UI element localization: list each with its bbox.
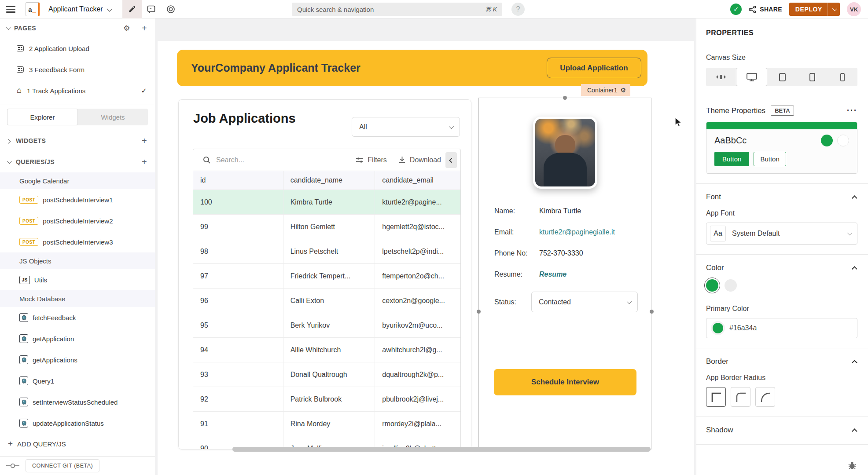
field-value-link[interactable]: kturtle2r@paginegialle.it <box>539 228 638 236</box>
sidebar-page-item[interactable]: 3 Feeedback Form <box>0 59 155 80</box>
user-avatar[interactable]: VK <box>847 2 861 16</box>
query-item[interactable]: updateApplicationStatus <box>0 413 155 434</box>
query-item[interactable]: getApplication <box>0 328 155 349</box>
radius-medium-option[interactable] <box>731 387 750 407</box>
add-query-js-button[interactable]: + ADD QUERY/JS <box>0 434 155 454</box>
radius-large-option[interactable] <box>755 387 775 407</box>
query-item[interactable]: POSTpostScheduleInterview3 <box>0 231 155 252</box>
canvas-tablet-option[interactable] <box>797 68 827 86</box>
pages-settings-gear-icon[interactable]: ⚙ <box>123 24 130 33</box>
schedule-interview-button[interactable]: Schedule Interview <box>494 369 636 395</box>
table-row[interactable]: 98Linus Petscheltlpetschelt2p@indi... <box>193 239 460 264</box>
sidebar-page-item[interactable]: ⌂1 Track Applications✓ <box>0 80 155 101</box>
upload-application-button[interactable]: Upload Application <box>547 58 641 78</box>
table-column-header[interactable]: id <box>193 171 283 190</box>
table-row[interactable]: 94Allie Whitchurchawhitchurch2l@g... <box>193 338 460 362</box>
query-item-label: Query1 <box>33 377 54 385</box>
horizontal-scrollbar[interactable] <box>232 447 651 452</box>
canvas-fluid-option[interactable] <box>706 68 736 86</box>
pages-section-header[interactable]: PAGES ⚙ + <box>0 18 155 38</box>
queries-section-header[interactable]: QUERIES/JS + <box>0 151 155 172</box>
background-color-swatch[interactable] <box>725 279 737 292</box>
cell-candidate-email: dqualtrough2k@p... <box>375 362 460 387</box>
candidate-fields: Name:Kimbra TurtleEmail:kturtle2r@pagine… <box>494 207 638 312</box>
edit-mode-button[interactable] <box>122 0 142 18</box>
add-query-plus-button[interactable]: + <box>142 157 147 167</box>
connect-git-button[interactable]: CONNECT GIT (BETA) <box>26 459 99 472</box>
query-item[interactable]: Query1 <box>0 370 155 391</box>
debug-bug-icon[interactable] <box>848 461 857 470</box>
table-search-input[interactable] <box>216 156 295 164</box>
header-container-widget[interactable]: YourCompany Applicant Tracker Upload App… <box>177 50 647 86</box>
primary-color-input[interactable]: #16a34a <box>706 318 857 338</box>
primary-color-dot <box>713 323 723 333</box>
add-page-button[interactable]: + <box>142 23 147 33</box>
table-row[interactable]: 96Calli Extoncexton2n@google... <box>193 289 460 313</box>
theme-options-menu[interactable]: ··· <box>847 106 857 115</box>
share-button[interactable]: SHARE <box>749 6 782 13</box>
app-logo-icon[interactable]: a_ <box>26 2 40 16</box>
share-icon <box>749 6 756 13</box>
tab-widgets[interactable]: Widgets <box>78 109 148 125</box>
deploy-button[interactable]: DEPLOY <box>789 3 840 16</box>
download-button[interactable]: Download <box>398 156 441 164</box>
collapse-border-section-chevron[interactable] <box>852 360 857 365</box>
canvas-desktop-option[interactable] <box>736 68 767 86</box>
query-item[interactable]: fetchFeedback <box>0 307 155 328</box>
theme-preview-card[interactable]: AaBbCc Button Button <box>706 122 857 174</box>
query-item[interactable]: JSUtils <box>0 269 155 290</box>
preview-mode-button[interactable] <box>161 0 180 18</box>
resize-handle-left[interactable] <box>477 310 481 314</box>
query-item[interactable]: getApplications <box>0 349 155 370</box>
theme-button-outline-sample: Button <box>754 152 786 166</box>
resize-handle-right[interactable] <box>650 310 654 314</box>
table-row[interactable]: 91Rina Mordeyrmordey2i@plala... <box>193 412 460 436</box>
table-row[interactable]: 99Hilton Gemletthgemlett2q@istoc... <box>193 215 460 239</box>
deploy-options-chevron[interactable] <box>828 3 840 16</box>
status-filter-select[interactable]: All <box>352 117 460 137</box>
help-button[interactable]: ? <box>511 3 525 16</box>
hamburger-menu-icon[interactable] <box>0 0 20 18</box>
add-query-js-label: ADD QUERY/JS <box>17 440 66 448</box>
query-item[interactable]: POSTpostScheduleInterview1 <box>0 189 155 210</box>
collapse-font-section-chevron[interactable] <box>852 195 857 201</box>
widget-settings-gear-icon[interactable]: ⚙ <box>621 87 626 94</box>
table-column-header[interactable]: candidate_name <box>283 171 375 190</box>
collapse-color-section-chevron[interactable] <box>852 266 857 272</box>
postgres-icon <box>19 355 28 364</box>
table-row[interactable]: 95Berk Yurikovbyurikov2m@uco... <box>193 313 460 338</box>
table-row[interactable]: 100Kimbra Turtlekturtle2r@pagine... <box>193 190 460 215</box>
table-row[interactable]: 97Friedrick Tempert...ftemperton2o@ch... <box>193 264 460 289</box>
table-column-header[interactable]: candidate_email <box>375 171 460 190</box>
tab-explorer[interactable]: Explorer <box>7 109 78 125</box>
widgets-section-header[interactable]: WIDGETS + <box>0 130 155 151</box>
app-title[interactable]: Applicant Tracker <box>48 5 103 13</box>
primary-color-swatch[interactable] <box>706 279 718 292</box>
page-icon <box>17 45 24 51</box>
app-title-chevron-down-icon[interactable] <box>107 6 112 11</box>
comments-mode-button[interactable] <box>142 0 161 18</box>
add-widget-button[interactable]: + <box>142 136 147 146</box>
canvas-tablet-large-option[interactable] <box>767 68 797 86</box>
sidebar-page-item[interactable]: 2 Application Upload <box>0 38 155 59</box>
filters-button[interactable]: Filters <box>356 156 387 164</box>
status-select[interactable]: Contacted <box>531 292 638 312</box>
quick-search-input[interactable]: Quick search & navigation ⌘ K <box>292 3 502 16</box>
radius-sharp-option[interactable] <box>706 387 726 407</box>
download-icon <box>398 156 406 164</box>
collapse-panel-button[interactable] <box>445 152 457 168</box>
selected-widget-tag[interactable]: Container1 ⚙ <box>581 84 630 96</box>
app-font-select[interactable]: Aa System Default <box>706 223 857 245</box>
candidate-detail-container[interactable]: Name:Kimbra TurtleEmail:kturtle2r@pagine… <box>478 98 651 449</box>
table-row[interactable]: 92Patrick Bulbrookpbulbrook2j@livej... <box>193 387 460 412</box>
collapse-shadow-section-chevron[interactable] <box>852 428 857 434</box>
table-row[interactable]: 93Donall Qualtroughdqualtrough2k@p... <box>193 362 460 387</box>
resize-handle-top[interactable] <box>563 96 567 100</box>
table-search[interactable] <box>203 156 356 164</box>
query-item[interactable]: setInterviewStatusScheduled <box>0 391 155 413</box>
active-page-check-icon: ✓ <box>141 87 147 95</box>
resume-link[interactable]: Resume <box>539 270 638 278</box>
app-artboard: YourCompany Applicant Tracker Upload App… <box>158 41 694 475</box>
canvas-phone-option[interactable] <box>828 68 857 86</box>
query-item[interactable]: POSTpostScheduleInterview2 <box>0 210 155 231</box>
